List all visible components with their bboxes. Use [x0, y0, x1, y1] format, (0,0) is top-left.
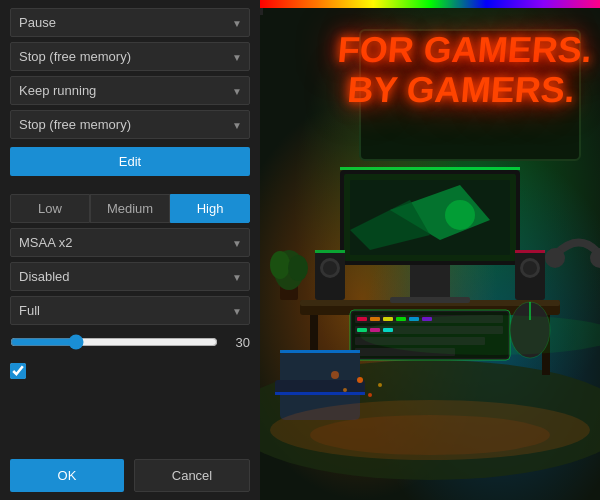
quality-medium-button[interactable]: Medium — [90, 194, 170, 223]
svg-rect-28 — [370, 317, 380, 321]
quality-high-button[interactable]: High — [170, 194, 250, 223]
svg-rect-42 — [280, 350, 360, 353]
option-checkbox[interactable] — [10, 363, 26, 379]
dropdown-keep-select[interactable]: Stop (free memory) Pause Keep running — [10, 76, 250, 105]
ok-button[interactable]: OK — [10, 459, 124, 492]
dropdown-full[interactable]: Full Half Quarter ▼ — [10, 296, 250, 325]
dropdown-disabled[interactable]: Disabled Enabled ▼ — [10, 262, 250, 291]
svg-rect-9 — [410, 260, 450, 302]
svg-point-65 — [378, 383, 382, 387]
dropdown-stop1[interactable]: Stop (free memory) Pause Keep running ▼ — [10, 42, 250, 71]
slider-row: 30 — [10, 330, 250, 354]
svg-point-54 — [545, 248, 565, 268]
svg-point-63 — [368, 393, 372, 397]
bottom-buttons: OK Cancel — [10, 451, 250, 492]
svg-rect-51 — [515, 250, 545, 253]
svg-point-53 — [310, 415, 550, 455]
quality-low-button[interactable]: Low — [10, 194, 90, 223]
dropdown-msaa-select[interactable]: Disabled MSAA x2 MSAA x4 MSAA x8 — [10, 228, 250, 257]
dropdown-disabled-select[interactable]: Disabled Enabled — [10, 262, 250, 291]
svg-point-64 — [331, 371, 339, 379]
dropdown-stop1-select[interactable]: Stop (free memory) Pause Keep running — [10, 42, 250, 71]
dropdown-stop2-select[interactable]: Stop (free memory) Pause Keep running — [10, 110, 250, 139]
dropdown-pause[interactable]: Pause Stop (free memory) Keep running ▼ — [10, 8, 250, 37]
svg-point-62 — [343, 388, 347, 392]
svg-point-61 — [357, 377, 363, 383]
svg-rect-43 — [275, 392, 365, 395]
svg-point-59 — [270, 251, 290, 279]
svg-rect-27 — [357, 317, 367, 321]
svg-rect-47 — [315, 250, 345, 253]
quality-selector: Low Medium High — [10, 194, 250, 223]
rainbow-bar — [260, 0, 600, 8]
svg-point-17 — [445, 200, 475, 230]
svg-point-60 — [288, 255, 308, 281]
dropdown-msaa[interactable]: Disabled MSAA x2 MSAA x4 MSAA x8 ▼ — [10, 228, 250, 257]
svg-rect-29 — [383, 317, 393, 321]
dropdown-full-select[interactable]: Full Half Quarter — [10, 296, 250, 325]
right-panel: FOR GAMERS. BY GAMERS. — [260, 0, 600, 500]
dropdown-keep[interactable]: Stop (free memory) Pause Keep running ▼ — [10, 76, 250, 105]
neon-text: FOR GAMERS. BY GAMERS. — [333, 30, 594, 109]
dropdown-pause-select[interactable]: Pause Stop (free memory) Keep running — [10, 8, 250, 37]
quality-slider[interactable] — [10, 334, 218, 350]
svg-point-46 — [323, 261, 337, 275]
neon-line2: BY GAMERS. — [333, 70, 590, 110]
svg-rect-10 — [390, 297, 470, 303]
slider-value: 30 — [226, 335, 250, 350]
checkbox-row — [10, 359, 250, 383]
svg-rect-19 — [340, 167, 520, 170]
svg-point-50 — [523, 261, 537, 275]
dropdown-stop2[interactable]: Stop (free memory) Pause Keep running ▼ — [10, 110, 250, 139]
neon-line1: FOR GAMERS. — [336, 30, 593, 70]
edit-button[interactable]: Edit — [10, 147, 250, 176]
left-panel: Pause Stop (free memory) Keep running ▼ … — [0, 0, 260, 500]
cancel-button[interactable]: Cancel — [134, 459, 250, 492]
